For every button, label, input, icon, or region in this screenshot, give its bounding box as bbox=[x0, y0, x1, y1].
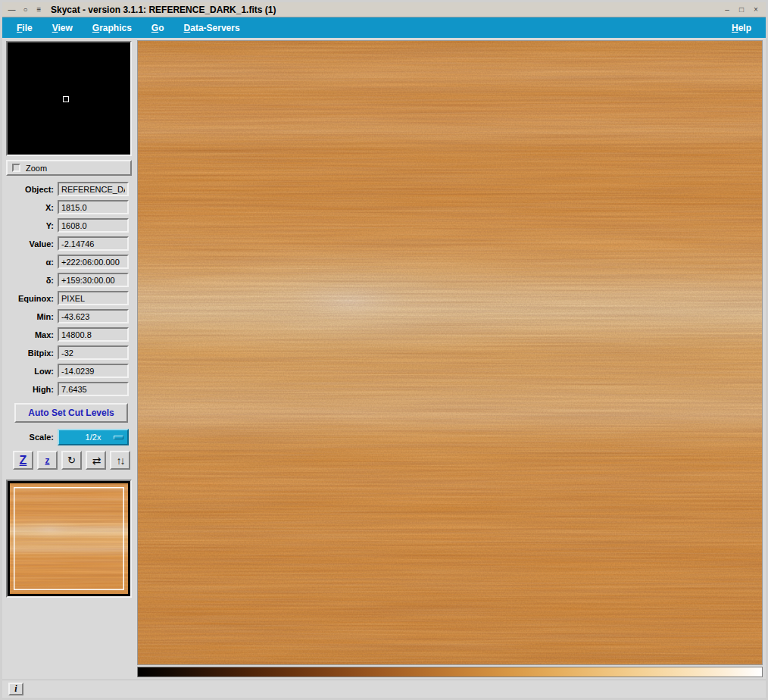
info-row: Equinox: bbox=[5, 291, 134, 305]
y-field[interactable] bbox=[58, 218, 129, 233]
bitpix-field[interactable] bbox=[58, 345, 129, 360]
zoom-checkbox[interactable] bbox=[12, 164, 20, 172]
y-label: Y: bbox=[5, 221, 54, 230]
menu-file[interactable]: File bbox=[7, 17, 42, 38]
high-label: High: bbox=[5, 385, 54, 394]
menu-go[interactable]: Go bbox=[142, 17, 174, 38]
image-area bbox=[137, 38, 766, 680]
scale-value: 1/2x bbox=[86, 433, 101, 442]
image-toolbar: Z z ↻ ⇄ ↑↓ bbox=[13, 451, 134, 470]
info-row: Bitpix: bbox=[5, 345, 134, 360]
menubar: File View Graphics Go Data-Servers Help bbox=[2, 17, 766, 38]
scale-label: Scale: bbox=[5, 433, 54, 442]
object-label: Object: bbox=[5, 185, 54, 194]
minimize-icon[interactable]: – bbox=[721, 5, 733, 15]
shade-icon[interactable]: ≡ bbox=[33, 5, 45, 15]
scale-row: Scale: 1/2x bbox=[5, 429, 134, 445]
menu-help[interactable]: Help bbox=[722, 17, 761, 38]
info-row: Max: bbox=[5, 327, 134, 342]
image-canvas[interactable] bbox=[137, 40, 763, 665]
zoom-in-button[interactable]: Z bbox=[13, 451, 33, 470]
window-menu-icon[interactable]: — bbox=[6, 5, 17, 15]
statusbar: i bbox=[2, 680, 766, 698]
window-title: Skycat - version 3.1.1: REFERENCE_DARK_1… bbox=[51, 5, 719, 15]
ra-field[interactable] bbox=[58, 255, 129, 269]
info-row: Value: bbox=[5, 236, 134, 251]
max-field[interactable] bbox=[58, 327, 129, 342]
high-field[interactable] bbox=[58, 382, 129, 396]
colorbar[interactable] bbox=[137, 667, 763, 677]
flip-y-icon[interactable]: ↑↓ bbox=[110, 451, 130, 470]
info-row: Min: bbox=[5, 309, 134, 323]
info-row: Y: bbox=[5, 218, 134, 233]
min-label: Min: bbox=[5, 312, 54, 321]
equinox-label: Equinox: bbox=[5, 294, 54, 303]
low-field[interactable] bbox=[58, 364, 129, 378]
sticky-icon[interactable]: ○ bbox=[20, 5, 31, 15]
info-button[interactable]: i bbox=[8, 683, 23, 695]
titlebar: — ○ ≡ Skycat - version 3.1.1: REFERENCE_… bbox=[2, 2, 766, 17]
info-row: δ: bbox=[5, 273, 134, 287]
info-row: Object: bbox=[5, 182, 134, 196]
value-field[interactable] bbox=[58, 236, 129, 251]
menu-view[interactable]: View bbox=[42, 17, 83, 38]
main-content: Zoom Object: X: Y: Value: bbox=[2, 38, 766, 680]
zoom-out-button[interactable]: z bbox=[37, 451, 58, 470]
low-label: Low: bbox=[5, 367, 54, 376]
zoom-toggle-label: Zoom bbox=[26, 164, 47, 173]
zoom-view-canvas[interactable] bbox=[6, 41, 132, 156]
menu-graphics[interactable]: Graphics bbox=[83, 17, 142, 38]
fits-image bbox=[138, 41, 762, 664]
value-label: Value: bbox=[5, 239, 54, 248]
info-row: X: bbox=[5, 200, 134, 214]
dec-field[interactable] bbox=[58, 273, 129, 287]
info-row: High: bbox=[5, 382, 134, 396]
zoom-toggle-panel: Zoom bbox=[6, 160, 132, 176]
dec-label: δ: bbox=[5, 276, 54, 285]
pan-window[interactable] bbox=[6, 480, 132, 598]
x-label: X: bbox=[5, 203, 54, 212]
min-field[interactable] bbox=[58, 309, 129, 323]
bitpix-label: Bitpix: bbox=[5, 348, 54, 358]
scale-option-menu[interactable]: 1/2x bbox=[58, 429, 129, 445]
max-label: Max: bbox=[5, 330, 54, 339]
maximize-icon[interactable]: □ bbox=[735, 5, 748, 15]
info-row: α: bbox=[5, 255, 134, 269]
info-panel: Object: X: Y: Value: α: bbox=[5, 182, 134, 396]
ra-label: α: bbox=[5, 258, 54, 267]
pan-thumbnail bbox=[10, 483, 128, 594]
auto-set-cut-levels-button[interactable]: Auto Set Cut Levels bbox=[14, 403, 128, 423]
zoom-cursor-marker bbox=[63, 96, 69, 102]
info-row: Low: bbox=[5, 364, 134, 378]
x-field[interactable] bbox=[58, 200, 129, 214]
skycat-window: — ○ ≡ Skycat - version 3.1.1: REFERENCE_… bbox=[0, 0, 768, 700]
rotate-icon[interactable]: ↻ bbox=[61, 451, 82, 470]
menubar-spacer bbox=[250, 17, 722, 38]
option-menu-indicator-icon bbox=[114, 436, 123, 439]
menu-data-servers[interactable]: Data-Servers bbox=[174, 17, 250, 38]
control-panel: Zoom Object: X: Y: Value: bbox=[2, 38, 137, 680]
object-field[interactable] bbox=[58, 182, 129, 196]
close-icon[interactable]: × bbox=[750, 5, 762, 15]
flip-x-icon[interactable]: ⇄ bbox=[86, 451, 106, 470]
equinox-field[interactable] bbox=[58, 291, 129, 305]
